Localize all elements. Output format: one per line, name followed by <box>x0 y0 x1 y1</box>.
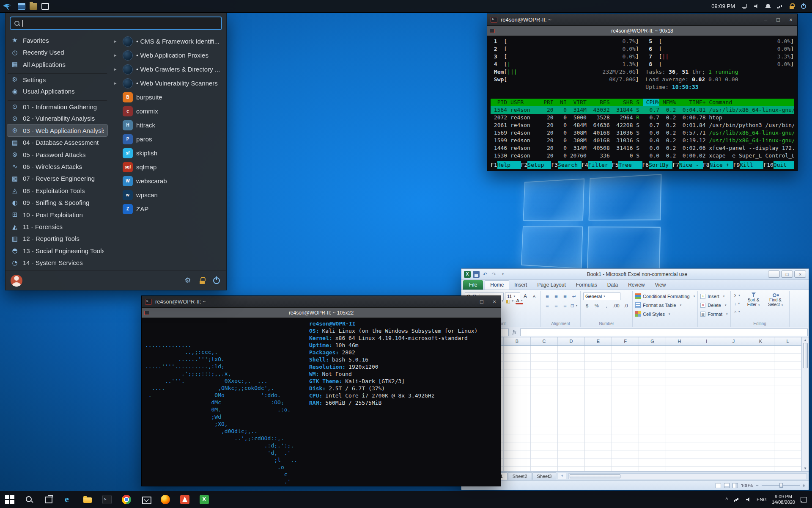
sidebar-item-02-vulnerability-analysis[interactable]: ⊘ 02 - Vulnerability Analysis <box>7 113 107 124</box>
lock-icon[interactable] <box>788 3 795 9</box>
process-row[interactable]: 1446re4son200314M4050831416S0.00.20:02.0… <box>491 144 794 152</box>
sidebar-item-04-database-assessment[interactable]: ▤ 04 - Database Assessment <box>7 136 107 148</box>
shrink-font-button[interactable]: A <box>530 293 538 300</box>
scroll-down-icon[interactable]: ▼ <box>804 467 807 470</box>
tab-insert[interactable]: Insert <box>509 281 532 290</box>
process-table-header[interactable]: PIDUSERPRINIVIRTRESSHRSCPU%MEM%TIME+Comm… <box>491 99 794 106</box>
align-bottom-icon[interactable] <box>561 293 569 300</box>
function-key-button[interactable]: F3Search <box>551 161 582 169</box>
file-explorer-icon[interactable] <box>78 491 97 508</box>
close-button[interactable] <box>491 298 497 305</box>
normal-view-button[interactable] <box>716 483 721 488</box>
clear-button[interactable] <box>733 308 741 315</box>
qat-customize-dropdown[interactable] <box>499 271 506 278</box>
sidebar-item-usual-applications[interactable]: ◉ Usual Applications <box>7 86 107 97</box>
terminal-titlebar[interactable]: re4son@WOPR-II: ~ <box>487 14 797 26</box>
edge-icon[interactable] <box>58 491 78 508</box>
vertical-scrollbar[interactable]: ▲ ▼ <box>801 337 809 471</box>
log-out-icon[interactable] <box>212 276 221 285</box>
align-center-icon[interactable] <box>552 302 560 309</box>
sidebar-item-favorites[interactable]: ★ Favorites <box>7 34 107 46</box>
volume-icon[interactable] <box>753 3 760 9</box>
menu-app-skipfish[interactable]: sf skipfish <box>112 146 223 160</box>
process-row[interactable]: 2072re4son200500035282964R0.70.20:00.78h… <box>491 114 794 121</box>
function-key-button[interactable]: F10Quit <box>763 161 794 169</box>
zoom-level[interactable]: 100% <box>741 483 753 488</box>
function-key-button[interactable]: F7Nice - <box>672 161 703 169</box>
menu-app-burpsuite[interactable]: B burpsuite <box>112 90 223 104</box>
increase-decimal-button[interactable]: .00 <box>612 302 620 309</box>
sidebar-item-06-wireless-attacks[interactable]: ∿ 06 - Wireless Attacks <box>7 160 107 172</box>
notifications-icon[interactable] <box>765 3 771 9</box>
column-header[interactable]: I <box>693 337 720 345</box>
font-color-button[interactable] <box>516 298 523 304</box>
maximize-button[interactable] <box>479 298 485 305</box>
sidebar-item-07-reverse-engineering[interactable]: ▩ 07 - Reverse Engineering <box>7 173 107 185</box>
process-row[interactable]: 1569re4son200308M4016831036S0.00.20:57.7… <box>491 129 794 137</box>
function-key-button[interactable]: F5Tree <box>612 161 642 169</box>
close-button[interactable] <box>788 17 794 23</box>
find-select-button[interactable]: Find & Select <box>765 292 787 315</box>
formula-input[interactable] <box>520 329 808 336</box>
sidebar-item-09-sniffing-spoofing[interactable]: ◐ 09 - Sniffing & Spoofing <box>7 197 107 209</box>
taskbar-clock[interactable]: 9:09 PM 14/08/2020 <box>772 494 795 505</box>
sidebar-item-14-system-services[interactable]: ◔ 14 - System Services <box>7 257 107 269</box>
sidebar-item-all-applications[interactable]: ▦ All Applications <box>7 58 107 70</box>
tab-formulas[interactable]: Formulas <box>571 281 602 290</box>
function-key-button[interactable]: F4Filter <box>582 161 612 169</box>
sidebar-item-recently-used[interactable]: ◷ Recently Used <box>7 46 107 58</box>
function-key-button[interactable]: F9Kill <box>733 161 764 169</box>
sidebar-item-12-reporting-tools[interactable]: ▥ 12 - Reporting Tools <box>7 233 107 245</box>
start-button[interactable] <box>0 491 19 508</box>
horizontal-scrollbar[interactable] <box>568 473 807 479</box>
language-indicator[interactable]: ENG <box>757 497 767 502</box>
align-right-icon[interactable] <box>561 302 569 309</box>
sheet-tab-sheet3[interactable]: Sheet3 <box>532 472 557 480</box>
column-header[interactable]: G <box>639 337 666 345</box>
excel-titlebar[interactable]: X Book1 - Microsoft Excel non-commercial… <box>461 269 809 280</box>
window-launcher-icon[interactable] <box>18 3 25 10</box>
align-top-icon[interactable] <box>543 293 551 300</box>
lock-screen-icon[interactable] <box>198 276 207 285</box>
display-icon[interactable] <box>741 3 748 9</box>
scroll-up-icon[interactable]: ▲ <box>804 338 807 342</box>
user-avatar[interactable] <box>11 275 22 287</box>
menu-app-paros[interactable]: P paros <box>112 132 223 146</box>
terminal-tab[interactable]: re4son@WOPR-II: ~ 105x22 <box>142 308 501 318</box>
tab-data[interactable]: Data <box>602 281 623 290</box>
menu-group-web-crawlers-directory[interactable]: • Web Crawlers & Directory ... <box>112 62 223 76</box>
terminal-titlebar[interactable]: re4son@WOPR-II: ~ <box>142 296 501 308</box>
column-header[interactable]: C <box>531 337 558 345</box>
menu-group-web-application-proxies[interactable]: • Web Application Proxies <box>112 48 223 62</box>
insert-worksheet-button[interactable]: + <box>558 473 566 479</box>
process-row[interactable]: 2061re4son200484M6463642208S0.70.20:01.8… <box>491 121 794 129</box>
sidebar-item-01-information-gathering[interactable]: ⊙ 01 - Information Gathering <box>7 100 107 113</box>
process-row[interactable]: 1564re4son200314M4303231844S0.70.20:04.8… <box>491 106 794 114</box>
terminal-icon[interactable] <box>97 491 117 508</box>
column-header[interactable]: H <box>666 337 693 345</box>
sidebar-item-05-password-attacks[interactable]: ⊗ 05 - Password Attacks <box>7 149 107 160</box>
network-icon[interactable] <box>776 3 783 9</box>
action-center-icon[interactable] <box>800 497 807 502</box>
insert-cells-button[interactable]: Insert <box>700 292 727 301</box>
sidebar-item-08-exploitation-tools[interactable]: ◬ 08 - Exploitation Tools <box>7 185 107 196</box>
menu-app-zap[interactable]: Z ZAP <box>112 202 223 216</box>
process-row[interactable]: 1599re4son200308M4016831036S0.00.20:19.1… <box>491 137 794 144</box>
volume-tray-icon[interactable] <box>745 497 752 502</box>
format-cells-button[interactable]: Format <box>700 309 727 318</box>
page-layout-view-button[interactable] <box>724 483 730 488</box>
sidebar-item-10-post-exploitation[interactable]: ⊞ 10 - Post Exploitation <box>7 209 107 221</box>
panel-clock[interactable]: 09:09 PM <box>711 3 735 9</box>
conditional-formatting-button[interactable]: Conditional Formatting <box>635 292 695 301</box>
column-header[interactable]: D <box>558 337 585 345</box>
tab-file[interactable]: File <box>463 280 483 290</box>
terminal-tab[interactable]: re4son@WOPR-II: ~ 90x18 <box>487 26 797 36</box>
insert-function-button[interactable]: fx <box>510 329 519 335</box>
horizontal-scroll-thumb[interactable] <box>570 474 620 478</box>
cell-styles-button[interactable]: Cell Styles <box>635 309 695 318</box>
tab-page-layout[interactable]: Page Layout <box>532 281 571 290</box>
wrap-text-button[interactable] <box>570 293 578 300</box>
fill-button[interactable] <box>733 300 741 307</box>
zoom-in-button[interactable]: + <box>803 483 805 488</box>
sheet-tab-sheet2[interactable]: Sheet2 <box>508 472 532 480</box>
